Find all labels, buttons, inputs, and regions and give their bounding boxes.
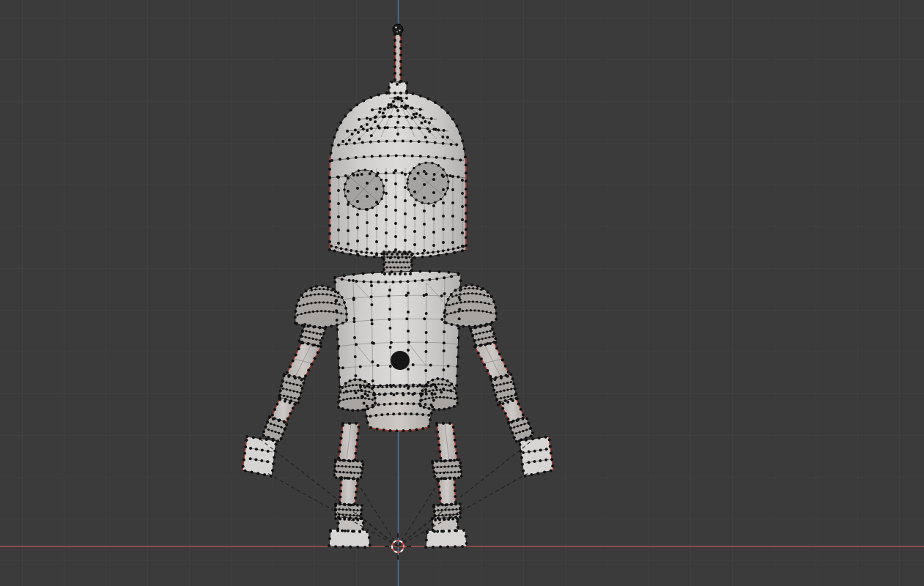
foot[interactable]: [329, 530, 370, 547]
antenna-ball-sparkle: [399, 29, 400, 31]
antenna-ball-sparkle: [395, 26, 396, 28]
knee-band[interactable]: [334, 460, 363, 479]
foot[interactable]: [426, 530, 467, 547]
torso-cylinder[interactable]: [335, 271, 461, 395]
blender-3d-viewport[interactable]: [0, 0, 924, 586]
antenna-tip-ball[interactable]: [393, 24, 403, 34]
robot-torso[interactable]: [335, 271, 461, 396]
viewport-canvas[interactable]: [0, 0, 924, 586]
knee-band[interactable]: [432, 460, 462, 479]
antenna-ball-sparkle: [396, 31, 398, 33]
torso-button[interactable]: [391, 351, 410, 370]
